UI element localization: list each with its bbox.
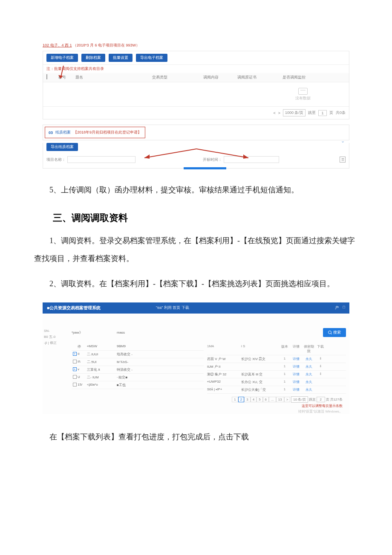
search-label-2: mass: [117, 331, 176, 334]
paper-archive-form: 项目名称： 开标时间： ☰: [43, 154, 349, 168]
table-row[interactable]: U二- IUM· 校交■: [72, 374, 204, 381]
windows-activation-hint: 转到"设置"以激活 Windows。: [207, 409, 346, 414]
project-name-input[interactable]: [67, 156, 135, 163]
download-icon[interactable]: [319, 357, 322, 360]
cell: [315, 372, 326, 377]
cell: 长沙及耳 til 交: [241, 372, 280, 377]
header-cert: 调阅原证书: [237, 75, 271, 80]
section-desc: （2018*3 月 6 电子项目项目在 993W）: [73, 43, 140, 47]
detail-link[interactable]: 详情: [290, 380, 303, 384]
cell: v: [78, 367, 87, 372]
search-icon: [328, 331, 332, 334]
cell: IUM 户 II: [207, 364, 241, 369]
page-button[interactable]: 1: [232, 397, 238, 402]
result-table-header: 1MA i S 版本 详情 保密期限 下载: [207, 343, 346, 355]
pagesize-select[interactable]: 10 条/页: [291, 396, 308, 403]
search-row: *paw》 mass 搜索: [68, 326, 349, 339]
table-header: 标号 题名 交易类型 调阅内容 调阅原证书 是否调阅监控: [43, 73, 349, 82]
export-electronic-archive-button[interactable]: 导出电子档案: [136, 54, 167, 62]
prev-page-button[interactable]: <: [273, 111, 275, 115]
page-button[interactable]: 2: [238, 397, 244, 402]
table-row[interactable]: +v三算化 It特流收交 -: [72, 366, 204, 374]
collapse-chevron-icon[interactable]: ⌄: [341, 138, 345, 144]
detail-link[interactable]: 详情: [290, 387, 303, 392]
cell: · 校交■: [117, 375, 147, 380]
underline-annotation-icon: [184, 166, 231, 171]
delete-archive-button[interactable]: 删除档案: [81, 54, 105, 62]
pagination-bar: 123456...13> 10 条/页 跳至 2 页 共127条: [207, 394, 346, 403]
cell: 长沙公 XIV 昙文: [241, 357, 280, 361]
cell: 永久: [303, 387, 315, 392]
calendar-icon[interactable]: ☰: [340, 157, 346, 163]
export-paper-archive-button[interactable]: 导出纸质档案: [46, 143, 78, 151]
table-row[interactable]: 15/<β0a*o■工也: [72, 381, 204, 389]
pagesize-annotation: 这里可以调整每页显示条数: [207, 403, 346, 409]
cell: 长办公 XU, 交: [241, 380, 280, 384]
goto-input[interactable]: 2: [317, 397, 325, 402]
checkbox[interactable]: [73, 375, 77, 379]
detail-link[interactable]: 详情: [290, 372, 303, 377]
paragraph-3-1: 1、调阅资料。登录交易档案管理系统，在【档案利用】-【在线预览】页面通过搜索关键…: [34, 232, 358, 267]
page-button[interactable]: 3: [244, 397, 250, 402]
selection-table-header: 停 «MSW 9BM9: [72, 343, 204, 351]
table-row[interactable]: II\二.5UIM％bS-: [72, 358, 204, 366]
sidebar-item[interactable]: B0 五-0: [44, 334, 67, 340]
expand-icon[interactable]: +: [73, 367, 77, 371]
next-page-button[interactable]: >: [278, 111, 280, 115]
svg-marker-3: [144, 154, 150, 159]
page-button[interactable]: 4: [251, 397, 257, 402]
table-row: 咨面 V 户 W长沙公 XIV 昙文1详情永久: [207, 355, 346, 363]
table-row: IUM 户 II1详情永久: [207, 363, 346, 371]
cell: U: [78, 375, 87, 380]
download-icon[interactable]: [319, 364, 322, 368]
user-icon[interactable]: 户: [335, 305, 339, 311]
pagesize-select[interactable]: 1000 条/页: [283, 109, 306, 116]
paper-archive-section-header[interactable]: 03 纸质档案 【2018年9月前归档项目在此登记申请】 ⌄: [43, 125, 349, 140]
logout-icon[interactable]: □: [343, 305, 345, 311]
cell: II\: [78, 360, 87, 364]
page-input[interactable]: 1: [318, 110, 327, 116]
open-time-input[interactable]: [224, 156, 279, 163]
page-button[interactable]: ...: [269, 397, 276, 402]
expand-icon[interactable]: +: [73, 352, 77, 356]
search-label-1: *paw》: [72, 330, 114, 335]
goto-label: 跳至: [308, 110, 316, 116]
page-button[interactable]: 6: [263, 397, 269, 402]
sidebar-item[interactable]: -β | 修正: [44, 340, 67, 346]
select-all-checkbox[interactable]: [46, 75, 58, 80]
download-icon[interactable]: [319, 372, 322, 376]
paragraph-last: 在【档案下载列表】查看打包进度，打包完成后，点击下载: [34, 428, 358, 446]
section-link-header: 102 电子、4 西 1 （2018*3 月 6 电子项目项目在 993W）: [43, 43, 349, 48]
sidebar-item[interactable]: SN-: [44, 328, 67, 334]
table-row[interactable]: +II二.IUUI培高收交 -: [72, 351, 204, 358]
toolbar: 新增电子档案 删除档案 批量设置 导出电子档案: [43, 51, 349, 65]
batch-setting-button[interactable]: 批量设置: [109, 54, 133, 62]
table-row: S0ⅱ | •IP+长沙公大食]「交1详情永久: [207, 386, 346, 394]
paragraph-3-2: 2、调取资料。在【档案利用】-【档案下载】-【档案挑选列表】页面挑选相应项目。: [34, 275, 358, 293]
cell: [315, 364, 326, 369]
breadcrumb: "ea" 利用 首页 下载: [156, 305, 189, 311]
sidebar-nav: SN- B0 五-0 -β | 修正: [43, 326, 68, 414]
page-button[interactable]: 13: [276, 397, 284, 402]
detail-link[interactable]: 详情: [290, 357, 303, 361]
checkbox[interactable]: [73, 360, 77, 363]
detail-link[interactable]: 详情: [290, 364, 303, 369]
checkbox[interactable]: [73, 383, 77, 386]
page-button[interactable]: >: [284, 397, 291, 402]
cell: [241, 364, 280, 369]
archive-table: 标号 题名 交易类型 调阅内容 调阅原证书 是否调阅监控 没有数据 < >: [43, 73, 349, 119]
selection-table: 停 «MSW 9BM9 +II二.IUUI培高收交 -II\二.5UIM％bS-…: [72, 343, 204, 414]
search-button[interactable]: 搜索: [323, 328, 346, 337]
total-count: 共127条: [330, 397, 343, 402]
electronic-archive-panel: 新增电子档案 删除档案 批量设置 导出电子档案 注：批量调阅仅支持档案共有目录 …: [43, 51, 349, 119]
paragraph-5: 5、上传调阅（取）函办理材料，提交审核。审核结果通过手机短信通知。: [34, 181, 358, 199]
inbox-icon: [298, 88, 308, 95]
paper-archive-panel: 导出纸质档案 项目名称： 开标时间： ☰: [43, 143, 349, 169]
header-content: 调阅内容: [203, 75, 237, 80]
cell: S0ⅱ | •IP+: [207, 387, 241, 392]
section-link[interactable]: 102 电子、4 西 1: [43, 43, 72, 47]
svg-rect-6: [184, 167, 226, 169]
page-button[interactable]: 5: [257, 397, 262, 402]
cell: 永久: [303, 372, 315, 377]
new-electronic-archive-button[interactable]: 新增电子档案: [46, 54, 78, 62]
